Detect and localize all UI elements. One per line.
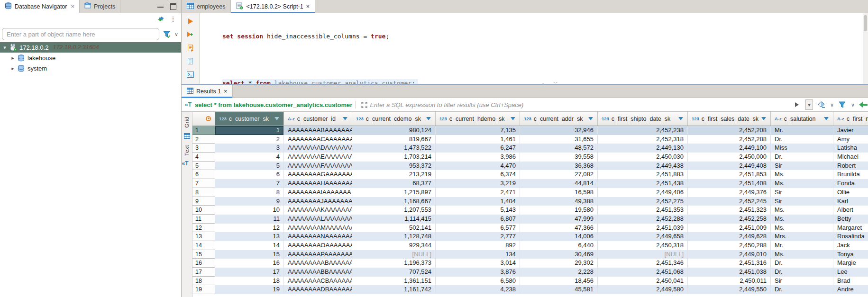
- grid-cell[interactable]: 47,366: [520, 224, 598, 233]
- close-icon[interactable]: ×: [224, 88, 227, 95]
- grid-cell[interactable]: 2,451,438: [598, 179, 688, 188]
- grid-cell[interactable]: 29,302: [520, 259, 598, 268]
- grid-cell[interactable]: [NULL]: [352, 250, 436, 259]
- grid-cell[interactable]: AAAAAAAADAAAAAAA: [284, 144, 352, 153]
- grid-cell[interactable]: 819,667: [352, 135, 436, 144]
- grid-cell[interactable]: 1,114,415: [352, 215, 436, 224]
- grid-cell[interactable]: 44,814: [520, 179, 598, 188]
- grid-cell[interactable]: 47,999: [520, 215, 598, 224]
- grid-cell[interactable]: 2,451,316: [688, 259, 771, 268]
- sort-dropdown-icon[interactable]: [511, 117, 515, 120]
- grid-cell[interactable]: Sir: [771, 162, 833, 171]
- execute-new-tab-icon[interactable]: [186, 30, 195, 39]
- grid-cell[interactable]: 49,388: [520, 197, 598, 206]
- grid-cell[interactable]: 16: [215, 259, 284, 268]
- grid-cell[interactable]: 2,449,406: [598, 188, 688, 197]
- grid-cell[interactable]: Margaret: [833, 224, 868, 233]
- grid-cell[interactable]: 14,006: [520, 232, 598, 241]
- grid-cell[interactable]: Brunilda: [833, 170, 868, 179]
- grid-cell[interactable]: 1,196,373: [352, 259, 436, 268]
- row-header[interactable]: 17: [192, 268, 215, 277]
- sort-dropdown-icon[interactable]: [343, 117, 347, 120]
- grid-cell[interactable]: 2,449,376: [688, 188, 771, 197]
- grid-cell[interactable]: Sir: [771, 188, 833, 197]
- grid-cell[interactable]: Mrs.: [771, 232, 833, 241]
- grid-cell[interactable]: 2,449,550: [688, 285, 771, 294]
- tree-item-172-18-0-2[interactable]: ▾172.18.0.2172.18.0.2:31604: [0, 42, 181, 53]
- column-header-c_customer_sk[interactable]: 123c_customer_sk: [215, 112, 284, 126]
- grid-cell[interactable]: 2,450,000: [688, 153, 771, 162]
- funnel-menu-chevron-icon[interactable]: ∨: [851, 102, 855, 108]
- grid-cell[interactable]: 11: [215, 215, 284, 224]
- grid-cell[interactable]: 2,452,288: [598, 215, 688, 224]
- grid-cell[interactable]: 2,228: [520, 268, 598, 277]
- grid-cell[interactable]: 6,374: [436, 170, 520, 179]
- grid-cell[interactable]: 15: [215, 250, 284, 259]
- sort-dropdown-icon[interactable]: [761, 117, 766, 120]
- grid-cell[interactable]: AAAAAAAAIAAAAAAA: [284, 188, 352, 197]
- row-header[interactable]: 3: [192, 144, 215, 153]
- grid-cell[interactable]: 3,219: [436, 179, 520, 188]
- grid-corner-cell[interactable]: [192, 112, 215, 126]
- grid-cell[interactable]: 18: [215, 277, 284, 286]
- grid-cell[interactable]: 5: [215, 162, 284, 171]
- grid-cell[interactable]: [NULL]: [598, 250, 688, 259]
- filter-funnel-icon[interactable]: [162, 30, 172, 38]
- grid-cell[interactable]: AAAAAAAAOAAAAAAA: [284, 241, 352, 250]
- grid-cell[interactable]: 2,449,438: [598, 162, 688, 171]
- grid-cell[interactable]: Margie: [833, 259, 868, 268]
- grid-cell[interactable]: 14: [215, 241, 284, 250]
- grid-cell[interactable]: 12: [215, 224, 284, 233]
- eraser-menu-chevron-icon[interactable]: ∨: [830, 102, 834, 108]
- grid-cell[interactable]: 1,703,214: [352, 153, 436, 162]
- menu-dots-icon[interactable]: ⁞: [172, 16, 174, 23]
- grid-cell[interactable]: 48,572: [520, 144, 598, 153]
- grid-cell[interactable]: Mr.: [771, 241, 833, 250]
- grid-cell[interactable]: Jack: [833, 241, 868, 250]
- grid-cell[interactable]: AAAAAAAAFAAAAAAA: [284, 162, 352, 171]
- grid-cell[interactable]: AAAAAAAACAAAAAAA: [284, 135, 352, 144]
- editor-tab-script-1[interactable]: <172.18.0.2> Script-1 ×: [231, 0, 315, 13]
- row-header[interactable]: 9: [192, 197, 215, 206]
- grid-cell[interactable]: 19,580: [520, 206, 598, 215]
- grid-cell[interactable]: 213,219: [352, 170, 436, 179]
- grid-cell[interactable]: 31,655: [520, 135, 598, 144]
- grid-cell[interactable]: 2,451,009: [688, 224, 771, 233]
- grid-cell[interactable]: Ms.: [771, 215, 833, 224]
- grid-cell[interactable]: AAAAAAAAMAAAAAAA: [284, 224, 352, 233]
- sort-dropdown-icon[interactable]: [678, 117, 683, 120]
- grid-cell[interactable]: Ms.: [771, 224, 833, 233]
- grid-cell[interactable]: 2,451,853: [688, 170, 771, 179]
- tab-projects[interactable]: Projects: [80, 0, 120, 13]
- row-header[interactable]: 7: [192, 179, 215, 188]
- close-icon[interactable]: ×: [306, 3, 310, 10]
- row-header[interactable]: 18: [192, 277, 215, 286]
- grid-cell[interactable]: 2,452,318: [598, 135, 688, 144]
- grid-cell[interactable]: 2,451,883: [598, 170, 688, 179]
- grid-cell[interactable]: 36,368: [520, 162, 598, 171]
- grid-cell[interactable]: 10: [215, 206, 284, 215]
- grid-cell[interactable]: Latisha: [833, 144, 868, 153]
- filter-menu-chevron-icon[interactable]: ∨: [174, 31, 178, 37]
- column-header-c_first_shipto_date_sk[interactable]: 123c_first_shipto_date_sk: [598, 112, 688, 126]
- grid-cell[interactable]: Dr.: [771, 153, 833, 162]
- grid-cell[interactable]: 17: [215, 268, 284, 277]
- grid-cell[interactable]: Dr.: [771, 259, 833, 268]
- grid-cell[interactable]: 1,361,151: [352, 277, 436, 286]
- grid-cell[interactable]: 6,580: [436, 277, 520, 286]
- tree-item-lakehouse[interactable]: ▸lakehouse: [0, 53, 181, 63]
- grid-cell[interactable]: 2,449,100: [688, 144, 771, 153]
- grid-cell[interactable]: 2,450,318: [598, 241, 688, 250]
- grid-cell[interactable]: 3: [215, 144, 284, 153]
- grid-cell[interactable]: 502,141: [352, 224, 436, 233]
- filter-history-dropdown[interactable]: ▾: [805, 99, 813, 110]
- grid-cell[interactable]: 1,215,897: [352, 188, 436, 197]
- grid-cell[interactable]: 18,456: [520, 277, 598, 286]
- column-header-c_first_sales_date_sk[interactable]: 123c_first_sales_date_sk: [688, 112, 771, 126]
- grid-cell[interactable]: AAAAAAAAKAAAAAAA: [284, 206, 352, 215]
- grid-cell[interactable]: 3,014: [436, 259, 520, 268]
- grid-cell[interactable]: 980,124: [352, 126, 436, 135]
- grid-cell[interactable]: 2,452,288: [688, 135, 771, 144]
- grid-cell[interactable]: 2,451,323: [688, 206, 771, 215]
- grid-cell[interactable]: Ollie: [833, 188, 868, 197]
